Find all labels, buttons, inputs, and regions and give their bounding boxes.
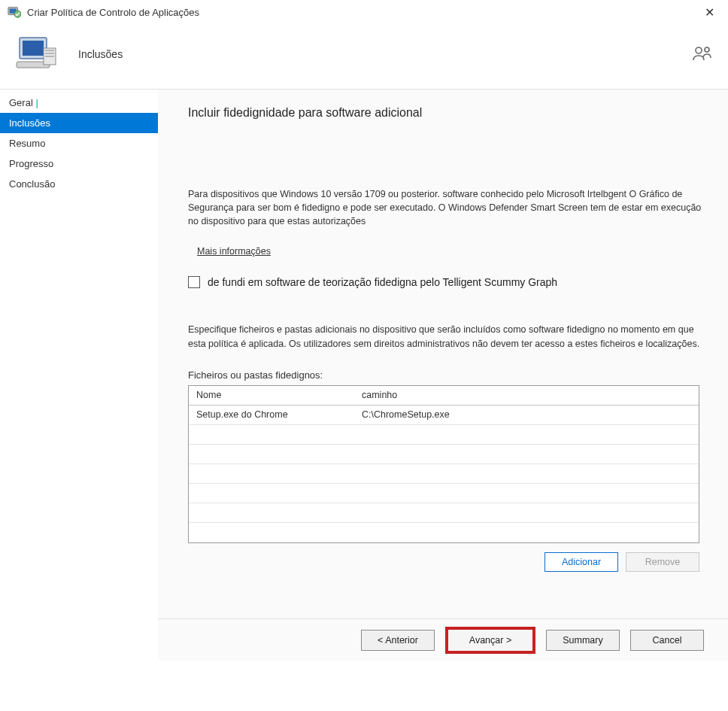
column-header-name[interactable]: Nome <box>189 387 354 403</box>
table-row[interactable]: Setup.exe do Chrome C:\ChromeSetup.exe <box>189 406 699 425</box>
cell-path: C:\ChromeSetup.exe <box>354 406 699 423</box>
wizard-header: Inclusões <box>0 23 728 89</box>
sidebar-item-resumo[interactable]: Resumo <box>0 133 158 153</box>
wizard-body: Geral | Inclusões Resumo Progresso Concl… <box>0 89 728 661</box>
table-label: Ficheiros ou pastas fidedignos: <box>188 369 705 381</box>
sidebar-item-progresso[interactable]: Progresso <box>0 153 158 174</box>
table-row[interactable] <box>189 484 699 503</box>
sidebar-item-geral[interactable]: Geral | <box>0 93 158 113</box>
svg-rect-7 <box>45 50 54 51</box>
summary-button[interactable]: Summary <box>546 630 620 651</box>
table-row[interactable] <box>189 445 699 464</box>
table-row[interactable] <box>189 425 699 445</box>
svg-rect-8 <box>45 53 54 54</box>
table-row[interactable] <box>189 523 699 542</box>
sidebar-item-label: Conclusão <box>9 178 55 190</box>
column-header-path[interactable]: caminho <box>354 387 699 403</box>
app-icon <box>8 5 21 19</box>
specify-text: Especifique ficheiros e pastas adicionai… <box>188 323 705 351</box>
computer-icon <box>15 33 57 75</box>
add-button[interactable]: Adicionar <box>544 552 618 572</box>
feedback-icon[interactable] <box>692 44 713 65</box>
cancel-button[interactable]: Cancel <box>630 630 704 651</box>
svg-rect-9 <box>45 56 54 57</box>
table-buttons: Adicionar Remove <box>188 552 699 572</box>
sidebar-item-conclusao[interactable]: Conclusão <box>0 174 158 194</box>
next-button[interactable]: Avançar > <box>445 627 535 654</box>
table-header-row: Nome caminho <box>189 386 699 406</box>
wizard-step-title: Inclusões <box>78 48 123 60</box>
svg-point-10 <box>696 47 702 53</box>
previous-button[interactable]: < Anterior <box>361 630 435 651</box>
remove-button: Remove <box>626 552 699 572</box>
trusted-files-table[interactable]: Nome caminho Setup.exe do Chrome C:\Chro… <box>188 385 699 543</box>
svg-rect-4 <box>23 41 44 56</box>
cell-name: Setup.exe do Chrome <box>189 406 354 423</box>
sidebar-item-label: Progresso <box>9 158 53 169</box>
page-title: Incluir fidedignidade para software adic… <box>188 106 705 120</box>
titlebar: Criar Política de Controlo de Aplicações… <box>0 0 728 23</box>
checkbox-label: de fundi em software de teorização fided… <box>208 276 557 288</box>
wizard-footer: < Anterior Avançar > Summary Cancel <box>158 618 728 661</box>
more-info-link[interactable]: Mais informações <box>197 246 271 257</box>
sidebar-item-inclusoes[interactable]: Inclusões <box>0 113 158 133</box>
table-row[interactable] <box>189 503 699 523</box>
sidebar-item-label: Inclusões <box>9 117 50 129</box>
description-text: Para dispositivos que Windows 10 versão … <box>188 187 705 228</box>
sidebar-item-label: Resumo <box>9 138 45 149</box>
svg-point-2 <box>14 11 21 17</box>
svg-point-11 <box>705 47 709 52</box>
sidebar-item-label: Geral <box>9 97 33 108</box>
authorize-checkbox-row[interactable]: de fundi em software de teorização fided… <box>188 276 705 288</box>
close-icon[interactable]: ✕ <box>699 2 720 23</box>
wizard-sidebar: Geral | Inclusões Resumo Progresso Concl… <box>0 90 158 661</box>
checkbox-icon[interactable] <box>188 276 200 288</box>
wizard-main: Incluir fidedignidade para software adic… <box>158 90 728 661</box>
table-row[interactable] <box>189 464 699 484</box>
window-title: Criar Política de Controlo de Aplicações <box>27 7 199 18</box>
